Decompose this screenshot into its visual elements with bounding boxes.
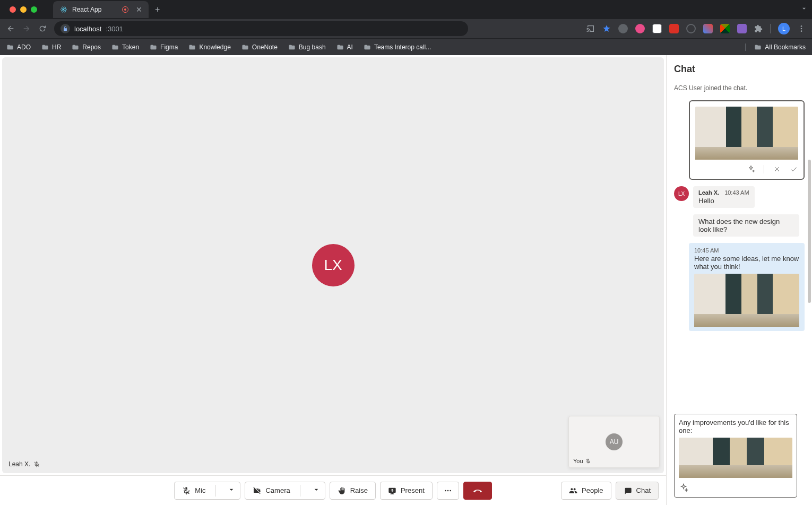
bookmark-item[interactable]: Figma xyxy=(150,43,178,51)
video-call-area: LX Leah X. AU You Mic xyxy=(0,55,666,505)
extension-icon[interactable] xyxy=(652,24,662,33)
chevron-down-icon[interactable] xyxy=(223,485,240,495)
tab-title: React App xyxy=(72,6,101,13)
message-time: 10:45 AM xyxy=(694,247,799,254)
present-button[interactable]: Present xyxy=(380,482,433,500)
bookmark-item[interactable]: OneNote xyxy=(241,43,278,51)
participant-name-label: Leah X. xyxy=(8,460,40,468)
raise-hand-button[interactable]: Raise xyxy=(330,482,376,500)
image-thumbnail[interactable] xyxy=(695,107,798,160)
system-message: ACS User joined the chat. xyxy=(674,82,805,94)
bookmark-item[interactable]: Token xyxy=(111,43,139,51)
people-icon xyxy=(569,486,577,495)
address-bar: localhost:3001 L xyxy=(0,19,812,38)
compose-box[interactable]: Any improvements you'd like for this one… xyxy=(674,414,797,498)
chat-panel: Chat ACS User joined the chat. LX xyxy=(666,55,812,505)
nav-forward[interactable] xyxy=(22,24,31,33)
window-maximize[interactable] xyxy=(31,6,37,13)
chat-button[interactable]: Chat xyxy=(616,482,659,500)
hand-icon xyxy=(338,486,346,495)
url-input[interactable]: localhost:3001 xyxy=(54,21,468,36)
message-avatar: LX xyxy=(674,186,689,201)
image-thumbnail[interactable] xyxy=(694,274,799,327)
compose-attachment[interactable] xyxy=(679,438,792,478)
svg-point-4 xyxy=(801,25,802,27)
more-icon xyxy=(444,486,452,495)
bookmark-item[interactable]: ADO xyxy=(6,43,31,51)
message-time: 10:43 AM xyxy=(724,189,749,196)
scrollbar[interactable] xyxy=(808,160,811,324)
tab-overflow[interactable] xyxy=(800,5,808,14)
chat-icon xyxy=(624,486,632,495)
react-favicon xyxy=(59,5,68,14)
profile-avatar[interactable]: L xyxy=(778,23,790,34)
url-path: :3001 xyxy=(106,25,123,33)
bookmark-star-icon[interactable] xyxy=(602,24,611,33)
camera-button[interactable]: Camera xyxy=(245,482,325,500)
bookmark-item[interactable]: AI xyxy=(336,43,353,51)
svg-point-5 xyxy=(801,28,802,30)
hangup-button[interactable] xyxy=(463,482,492,500)
tab-close[interactable]: ✕ xyxy=(136,5,142,14)
bookmark-item[interactable]: Repos xyxy=(72,43,101,51)
window-close[interactable] xyxy=(10,6,16,13)
attachment-preview xyxy=(689,100,805,180)
self-video-pip[interactable]: AU You xyxy=(568,416,660,468)
chat-message: What does the new design look like? xyxy=(693,214,799,237)
chat-message: LX Leah X. 10:43 AM Hello xyxy=(674,186,805,208)
bookmark-item[interactable]: HR xyxy=(41,43,61,51)
participant-avatar: LX xyxy=(312,244,355,286)
cast-icon[interactable] xyxy=(586,24,595,33)
extension-icon[interactable] xyxy=(618,24,628,33)
window-controls xyxy=(4,6,42,13)
camera-off-icon xyxy=(253,486,261,495)
chat-message-list[interactable]: ACS User joined the chat. LX Leah X. xyxy=(667,80,812,408)
people-button[interactable]: People xyxy=(561,482,611,500)
present-icon xyxy=(388,486,396,495)
compose-input[interactable]: Any improvements you'd like for this one… xyxy=(679,419,792,434)
extension-icon[interactable] xyxy=(635,24,645,33)
self-avatar: AU xyxy=(606,433,623,450)
svg-point-9 xyxy=(450,490,451,491)
new-tab-button[interactable]: + xyxy=(149,5,166,14)
extension-icon[interactable] xyxy=(703,24,713,33)
mic-muted-icon xyxy=(33,461,40,467)
hangup-icon xyxy=(473,486,482,495)
extension-icon[interactable] xyxy=(720,24,730,33)
svg-point-7 xyxy=(445,490,446,491)
site-info-icon[interactable] xyxy=(61,24,70,33)
sparkle-icon[interactable] xyxy=(679,483,688,493)
accept-icon[interactable] xyxy=(790,165,798,173)
bookmarks-bar: ADO HR Repos Token Figma Knowledge OneNo… xyxy=(0,38,812,55)
bookmark-item[interactable]: Knowledge xyxy=(188,43,230,51)
mic-button[interactable]: Mic xyxy=(174,482,240,500)
mic-off-icon xyxy=(182,486,191,495)
window-minimize[interactable] xyxy=(20,6,27,13)
chevron-down-icon[interactable] xyxy=(308,485,325,495)
browser-menu-icon[interactable] xyxy=(797,24,806,33)
svg-point-8 xyxy=(447,490,448,491)
call-toolbar: Mic Camera Raise Present xyxy=(0,475,666,505)
mic-muted-icon xyxy=(585,458,591,464)
chat-message-self: 10:45 AM Here are some ideas, let me kno… xyxy=(689,243,805,331)
cancel-icon[interactable] xyxy=(773,165,781,173)
extensions-icon[interactable] xyxy=(754,24,763,33)
message-text: What does the new design look like? xyxy=(698,217,794,233)
send-button[interactable] xyxy=(805,485,812,505)
message-author: Leah X. xyxy=(698,189,719,196)
extension-icon[interactable] xyxy=(669,24,679,33)
nav-reload[interactable] xyxy=(38,24,47,33)
svg-point-0 xyxy=(63,9,64,10)
nav-back[interactable] xyxy=(6,24,15,33)
browser-tab-bar: React App ✕ + xyxy=(0,0,812,19)
more-button[interactable] xyxy=(437,482,459,500)
url-host: localhost xyxy=(74,25,101,33)
extension-icon[interactable] xyxy=(686,24,696,33)
all-bookmarks[interactable]: All Bookmarks xyxy=(745,43,806,51)
self-label: You xyxy=(573,458,591,464)
browser-tab[interactable]: React App ✕ xyxy=(53,1,149,18)
sparkle-icon[interactable] xyxy=(747,165,755,173)
bookmark-item[interactable]: Bug bash xyxy=(288,43,326,51)
bookmark-item[interactable]: Teams Interop call... xyxy=(364,43,431,51)
extension-icon[interactable] xyxy=(737,24,747,33)
